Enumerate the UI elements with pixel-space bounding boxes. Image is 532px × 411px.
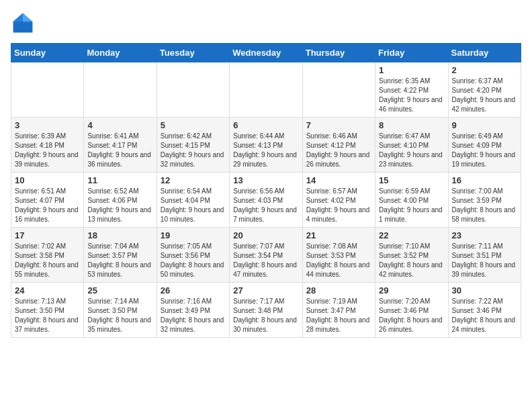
day-info: Sunrise: 7:22 AM Sunset: 3:46 PM Dayligh…: [452, 297, 517, 334]
day-info: Sunrise: 6:49 AM Sunset: 4:09 PM Dayligh…: [452, 132, 517, 169]
calendar-cell: 2Sunrise: 6:37 AM Sunset: 4:20 PM Daylig…: [448, 62, 521, 118]
day-info: Sunrise: 7:08 AM Sunset: 3:53 PM Dayligh…: [306, 242, 371, 279]
day-number: 18: [87, 230, 152, 240]
day-number: 29: [379, 285, 444, 295]
calendar-cell: 24Sunrise: 7:13 AM Sunset: 3:50 PM Dayli…: [11, 283, 84, 338]
day-info: Sunrise: 7:14 AM Sunset: 3:50 PM Dayligh…: [87, 297, 152, 334]
calendar-cell: 9Sunrise: 6:49 AM Sunset: 4:09 PM Daylig…: [448, 118, 521, 173]
day-number: 11: [87, 175, 152, 185]
day-info: Sunrise: 6:54 AM Sunset: 4:04 PM Dayligh…: [161, 187, 226, 224]
calendar-week-row: 1Sunrise: 6:35 AM Sunset: 4:22 PM Daylig…: [11, 62, 521, 118]
weekday-header: Monday: [84, 44, 157, 62]
day-info: Sunrise: 6:56 AM Sunset: 4:03 PM Dayligh…: [233, 187, 298, 224]
day-info: Sunrise: 7:00 AM Sunset: 3:59 PM Dayligh…: [452, 187, 517, 224]
day-number: 5: [161, 120, 226, 130]
weekday-header: Thursday: [302, 44, 375, 62]
day-number: 24: [15, 285, 80, 295]
day-number: 14: [306, 175, 371, 185]
day-number: 2: [452, 65, 517, 75]
day-number: 20: [233, 230, 298, 240]
day-number: 30: [452, 285, 517, 295]
calendar-cell: 26Sunrise: 7:16 AM Sunset: 3:49 PM Dayli…: [157, 283, 229, 338]
calendar-cell: 17Sunrise: 7:02 AM Sunset: 3:58 PM Dayli…: [11, 228, 84, 283]
day-info: Sunrise: 6:37 AM Sunset: 4:20 PM Dayligh…: [452, 77, 517, 114]
calendar-week-row: 17Sunrise: 7:02 AM Sunset: 3:58 PM Dayli…: [11, 228, 521, 283]
day-number: 10: [15, 175, 80, 185]
weekday-header: Friday: [375, 44, 448, 62]
day-number: 16: [452, 175, 517, 185]
day-info: Sunrise: 7:20 AM Sunset: 3:46 PM Dayligh…: [379, 297, 444, 334]
day-number: 13: [233, 175, 298, 185]
day-number: 25: [87, 285, 152, 295]
day-number: 9: [452, 120, 517, 130]
day-number: 26: [161, 285, 226, 295]
calendar-cell: 15Sunrise: 6:59 AM Sunset: 4:00 PM Dayli…: [375, 173, 448, 228]
day-number: 21: [306, 230, 371, 240]
logo-icon: [11, 11, 35, 35]
calendar-cell: [84, 62, 157, 118]
calendar-cell: 1Sunrise: 6:35 AM Sunset: 4:22 PM Daylig…: [375, 62, 448, 118]
day-info: Sunrise: 7:10 AM Sunset: 3:52 PM Dayligh…: [379, 242, 444, 279]
calendar-cell: 11Sunrise: 6:52 AM Sunset: 4:06 PM Dayli…: [84, 173, 157, 228]
day-number: 17: [15, 230, 80, 240]
calendar-cell: 3Sunrise: 6:39 AM Sunset: 4:18 PM Daylig…: [11, 118, 84, 173]
calendar-cell: 29Sunrise: 7:20 AM Sunset: 3:46 PM Dayli…: [375, 283, 448, 338]
day-info: Sunrise: 6:42 AM Sunset: 4:15 PM Dayligh…: [161, 132, 226, 169]
calendar-cell: 13Sunrise: 6:56 AM Sunset: 4:03 PM Dayli…: [230, 173, 302, 228]
calendar-cell: 4Sunrise: 6:41 AM Sunset: 4:17 PM Daylig…: [84, 118, 157, 173]
day-info: Sunrise: 6:47 AM Sunset: 4:10 PM Dayligh…: [379, 132, 444, 169]
day-info: Sunrise: 7:17 AM Sunset: 3:48 PM Dayligh…: [233, 297, 298, 334]
day-info: Sunrise: 6:51 AM Sunset: 4:07 PM Dayligh…: [15, 187, 80, 224]
calendar-table: SundayMondayTuesdayWednesdayThursdayFrid…: [11, 43, 521, 338]
calendar-cell: 16Sunrise: 7:00 AM Sunset: 3:59 PM Dayli…: [448, 173, 521, 228]
calendar-cell: 19Sunrise: 7:05 AM Sunset: 3:56 PM Dayli…: [157, 228, 229, 283]
calendar-week-row: 10Sunrise: 6:51 AM Sunset: 4:07 PM Dayli…: [11, 173, 521, 228]
day-info: Sunrise: 7:02 AM Sunset: 3:58 PM Dayligh…: [15, 242, 80, 279]
day-info: Sunrise: 7:05 AM Sunset: 3:56 PM Dayligh…: [161, 242, 226, 279]
day-info: Sunrise: 7:07 AM Sunset: 3:54 PM Dayligh…: [233, 242, 298, 279]
day-info: Sunrise: 7:13 AM Sunset: 3:50 PM Dayligh…: [15, 297, 80, 334]
weekday-header-row: SundayMondayTuesdayWednesdayThursdayFrid…: [11, 44, 521, 62]
day-number: 6: [233, 120, 298, 130]
day-number: 8: [379, 120, 444, 130]
day-number: 22: [379, 230, 444, 240]
calendar-cell: 6Sunrise: 6:44 AM Sunset: 4:13 PM Daylig…: [230, 118, 302, 173]
svg-marker-1: [23, 13, 32, 22]
day-info: Sunrise: 6:39 AM Sunset: 4:18 PM Dayligh…: [15, 132, 80, 169]
weekday-header: Wednesday: [230, 44, 302, 62]
day-info: Sunrise: 7:19 AM Sunset: 3:47 PM Dayligh…: [306, 297, 371, 334]
logo: [11, 11, 38, 35]
page-header: [11, 11, 521, 35]
weekday-header: Tuesday: [157, 44, 229, 62]
day-info: Sunrise: 6:46 AM Sunset: 4:12 PM Dayligh…: [306, 132, 371, 169]
day-number: 27: [233, 285, 298, 295]
day-info: Sunrise: 6:44 AM Sunset: 4:13 PM Dayligh…: [233, 132, 298, 169]
day-info: Sunrise: 6:59 AM Sunset: 4:00 PM Dayligh…: [379, 187, 444, 224]
calendar-cell: 7Sunrise: 6:46 AM Sunset: 4:12 PM Daylig…: [302, 118, 375, 173]
calendar-cell: 30Sunrise: 7:22 AM Sunset: 3:46 PM Dayli…: [448, 283, 521, 338]
day-number: 15: [379, 175, 444, 185]
calendar-week-row: 3Sunrise: 6:39 AM Sunset: 4:18 PM Daylig…: [11, 118, 521, 173]
calendar-cell: [230, 62, 302, 118]
day-info: Sunrise: 7:04 AM Sunset: 3:57 PM Dayligh…: [87, 242, 152, 279]
calendar-cell: 27Sunrise: 7:17 AM Sunset: 3:48 PM Dayli…: [230, 283, 302, 338]
calendar-cell: 14Sunrise: 6:57 AM Sunset: 4:02 PM Dayli…: [302, 173, 375, 228]
calendar-cell: 25Sunrise: 7:14 AM Sunset: 3:50 PM Dayli…: [84, 283, 157, 338]
calendar-cell: 5Sunrise: 6:42 AM Sunset: 4:15 PM Daylig…: [157, 118, 229, 173]
day-number: 23: [452, 230, 517, 240]
calendar-cell: [302, 62, 375, 118]
calendar-cell: [11, 62, 84, 118]
calendar-cell: 18Sunrise: 7:04 AM Sunset: 3:57 PM Dayli…: [84, 228, 157, 283]
calendar-cell: 10Sunrise: 6:51 AM Sunset: 4:07 PM Dayli…: [11, 173, 84, 228]
day-info: Sunrise: 6:41 AM Sunset: 4:17 PM Dayligh…: [87, 132, 152, 169]
calendar-cell: 23Sunrise: 7:11 AM Sunset: 3:51 PM Dayli…: [448, 228, 521, 283]
calendar-cell: 21Sunrise: 7:08 AM Sunset: 3:53 PM Dayli…: [302, 228, 375, 283]
day-number: 1: [379, 65, 444, 75]
calendar-week-row: 24Sunrise: 7:13 AM Sunset: 3:50 PM Dayli…: [11, 283, 521, 338]
day-info: Sunrise: 6:57 AM Sunset: 4:02 PM Dayligh…: [306, 187, 371, 224]
day-info: Sunrise: 6:35 AM Sunset: 4:22 PM Dayligh…: [379, 77, 444, 114]
day-number: 28: [306, 285, 371, 295]
calendar-cell: 20Sunrise: 7:07 AM Sunset: 3:54 PM Dayli…: [230, 228, 302, 283]
day-number: 3: [15, 120, 80, 130]
day-info: Sunrise: 6:52 AM Sunset: 4:06 PM Dayligh…: [87, 187, 152, 224]
